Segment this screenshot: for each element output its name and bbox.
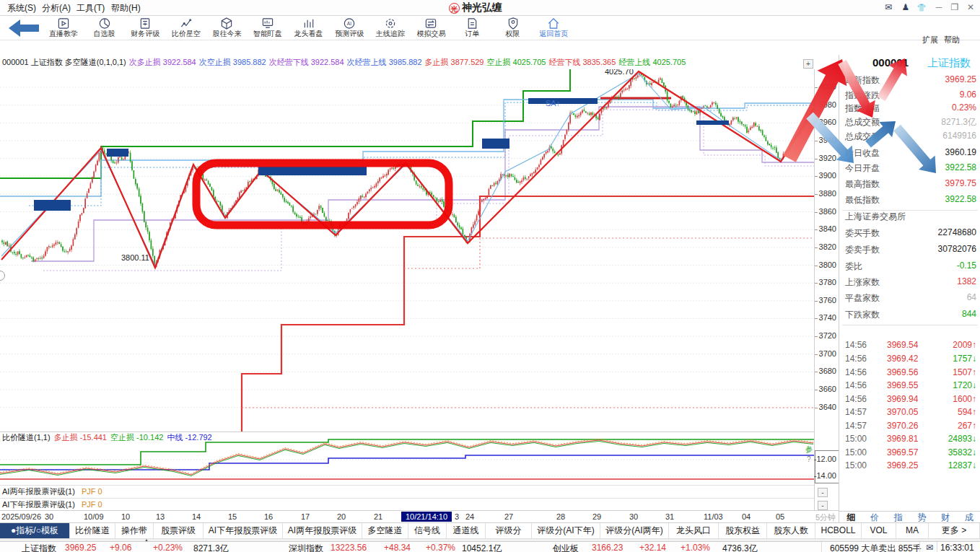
sub2-row[interactable]: AI两年报股票评级(1) PJF 0 xyxy=(0,485,814,497)
trade-row: 14:563969.551720↓ xyxy=(845,380,976,392)
y-label-3700: 3700 xyxy=(819,349,836,358)
bottom-tab-评级分(AI两年)[interactable]: 评级分(AI两年) xyxy=(600,523,669,539)
toolbar-label: 订单 xyxy=(452,30,492,38)
indicator-header: 000001 上证指数 多空隧道(0,1,0,1)次多止损 3922.584次空… xyxy=(0,55,814,69)
bottom-tab-评级分[interactable]: 评级分 xyxy=(486,523,532,539)
main-toolbar: 扩展 帮助 直播教学自选股财务评级比价星空股往今来智能盯盘龙头看盘AI预测评级主… xyxy=(0,16,980,40)
bottom-tab-VOL[interactable]: VOL xyxy=(862,523,896,539)
trade-row: 14:563969.561507↑ xyxy=(845,367,976,379)
help-link[interactable]: 帮助 xyxy=(944,35,960,45)
sub-y-label: -12.00 xyxy=(814,455,836,463)
bottom-tab-龙头风口[interactable]: 龙头风口 xyxy=(669,523,719,539)
bottom-tab-评级分(AI下年)[interactable]: 评级分(AI下年) xyxy=(532,523,600,539)
trade-volume: 1720↓ xyxy=(953,380,976,390)
toolbar-button-home[interactable]: 返回首页 xyxy=(533,16,574,40)
trade-time: 14:56 xyxy=(845,394,867,404)
app-title: 神光弘缠 xyxy=(462,1,502,14)
toolbar-button-play[interactable]: 直播教学 xyxy=(43,16,84,40)
trade-price: 3969.55 xyxy=(887,380,918,390)
main-price-chart[interactable]: 4025.703800.11SA↑ xyxy=(0,69,814,431)
zoom-in-button[interactable]: + xyxy=(803,59,813,69)
quote-row-委买手数: 委买手数22748680 xyxy=(845,227,976,239)
toolbar-label: 模拟交易 xyxy=(411,30,451,38)
toolbar-button-rank[interactable]: 龙头看盘 xyxy=(289,16,329,40)
toolbar-button-ai[interactable]: AI预测评级 xyxy=(329,16,369,40)
indicator-空止损: 空止损 4025.705 xyxy=(486,58,546,66)
y-tick xyxy=(815,123,818,123)
bottom-tab-操作带[interactable]: 操作带 xyxy=(115,523,154,539)
quote-value: 3922.58 xyxy=(945,194,976,204)
menu-3[interactable]: 帮助(H) xyxy=(111,2,141,14)
collapse-sub3-button[interactable]: - xyxy=(818,501,828,510)
x-label-17: 17 xyxy=(301,512,310,521)
status-605599 大: 605599 大单卖出 855手 xyxy=(830,543,922,552)
bottom-tab-多空隧道[interactable]: 多空隧道 xyxy=(362,523,408,539)
y-label-4000: 4000 xyxy=(819,82,836,91)
y-label-3880: 3880 xyxy=(819,189,836,198)
quote-row-平盘家数: 平盘家数64 xyxy=(845,292,976,304)
toolbar-button-doc[interactable]: 订单 xyxy=(452,16,492,40)
y-tick xyxy=(815,87,818,88)
menu-0[interactable]: 系统(S) xyxy=(7,2,36,14)
quote-row-委卖手数: 委卖手数30782076 xyxy=(845,244,976,255)
minimize-icon[interactable]: ─ xyxy=(932,1,945,14)
quote-value: 3969.25 xyxy=(945,74,976,84)
quote-row-最高指数: 最高指数3979.75 xyxy=(845,178,976,190)
trade-time: 14:56 xyxy=(845,380,867,390)
trade-row: 14:563969.941600↑ xyxy=(845,394,976,406)
bottom-tab-通道线[interactable]: 通道线 xyxy=(447,523,486,539)
y-axis: + - - 4000398039603940392039003880386038… xyxy=(814,69,839,510)
bottom-tab-HCBOLL[interactable]: HCBOLL xyxy=(815,523,862,539)
back-arrow-button[interactable] xyxy=(9,18,40,38)
y-tick xyxy=(815,212,818,213)
x-label-11/03: 11/03 xyxy=(704,512,723,521)
bottom-tab-比价隧道[interactable]: 比价隧道 xyxy=(70,523,115,539)
shirt-icon[interactable]: 👕 xyxy=(915,1,928,14)
y-tick xyxy=(815,159,818,159)
toolbar-button-shield[interactable]: 权限 xyxy=(493,16,533,40)
collapse-sub2-button[interactable]: - xyxy=(818,488,828,497)
user-icon[interactable]: ♟ xyxy=(899,1,912,14)
bottom-tab-股东权益[interactable]: 股东权益 xyxy=(719,523,767,539)
trade-row: 15:003969.8124893↓ xyxy=(845,434,976,445)
x-label-10/09: 10/09 xyxy=(84,512,104,521)
quote-row-总成交额: 总成交额8271.3亿 xyxy=(845,116,976,128)
status-divider xyxy=(937,542,937,552)
y-tick xyxy=(815,176,818,177)
mail-icon[interactable]: ✉ xyxy=(882,1,895,14)
bottom-tab-AI两年报股票评级[interactable]: AI两年报股票评级 xyxy=(283,523,362,539)
toolbar-button-trend[interactable]: 比价星空 xyxy=(166,16,206,40)
x-highlight: 10/21/14:10 xyxy=(401,512,452,522)
menu-2[interactable]: 工具(T) xyxy=(76,2,105,14)
expand-link[interactable]: 扩展 xyxy=(922,35,938,45)
y-tick xyxy=(815,318,818,319)
toolbar-button-monitor[interactable]: 智能盯盘 xyxy=(248,16,288,40)
bottom-tab-股东人数[interactable]: 股东人数 xyxy=(767,523,815,539)
bottom-tab-AI下年报股票评级[interactable]: AI下年报股票评级 xyxy=(204,523,283,539)
bottom-tab-信号线[interactable]: 信号线 xyxy=(408,523,447,539)
quote-label: 最低指数 xyxy=(845,194,880,206)
trade-volume: 35832↓ xyxy=(948,447,976,457)
restore-icon[interactable]: ❐ xyxy=(948,1,961,14)
toolbar-button-target[interactable]: 主线追踪 xyxy=(370,16,411,40)
bottom-tab-更多 >[interactable]: 更多 > xyxy=(929,523,980,539)
menu-1[interactable]: 分析(A) xyxy=(42,2,71,14)
bottom-tab-MA[interactable]: MA xyxy=(896,523,929,539)
pie-icon xyxy=(84,17,125,30)
app-window: 系统(S)分析(A)工具(T)帮助(H)✉♟👕─❐✕ 光 神光弘缠 扩展 帮助 … xyxy=(0,0,980,552)
bottom-tab-股票评级[interactable]: 股票评级 xyxy=(154,523,204,539)
status-上证指数: 上证指数 xyxy=(22,543,56,552)
sub3-row[interactable]: AI下年报股票评级(1) PJF 0 xyxy=(0,498,814,510)
monitor-icon xyxy=(248,17,288,30)
x-label-05: 05 xyxy=(776,512,784,521)
toolbar-button-swap[interactable]: 模拟交易 xyxy=(411,16,451,40)
quote-panel: 000001 上证指数 细价指势财成 最新指数3969.25指数涨跌9.06指数… xyxy=(839,55,980,524)
toolbar-button-calc[interactable]: 财务评级 xyxy=(125,16,165,40)
close-icon[interactable]: ✕ xyxy=(964,1,977,14)
trade-price: 3969.94 xyxy=(887,394,918,404)
bottom-tab-●指标/○模板[interactable]: ●指标/○模板 xyxy=(0,523,70,539)
app-logo: 光 神光弘缠 xyxy=(449,1,502,15)
quote-label: 昨日收盘 xyxy=(845,147,880,159)
toolbar-button-cube[interactable]: 股往今来 xyxy=(206,16,247,40)
toolbar-button-pie[interactable]: 自选股 xyxy=(84,16,125,40)
